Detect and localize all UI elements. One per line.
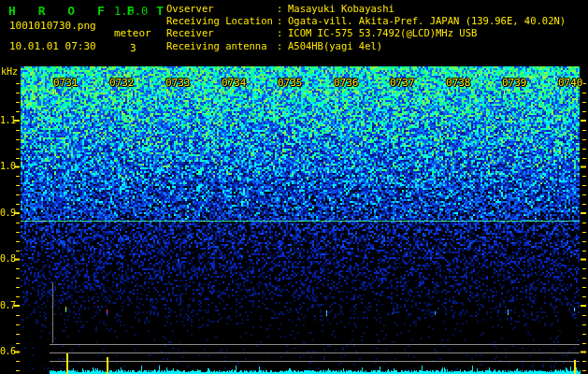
info-sep: : — [277, 27, 288, 39]
time-tick-label: 0739 — [502, 77, 527, 89]
time-tick-label: 0737 — [390, 77, 415, 89]
meteor-count: 3 — [130, 43, 136, 53]
hrofft-output-image: H R O F F T 1.0.0 1001010730.png meteor … — [0, 0, 588, 374]
info-label-antenna: Receiving antenna — [166, 40, 277, 52]
capture-datetime: 10.01.01 07:30 — [9, 41, 96, 51]
freq-axis-unit: kHz — [1, 66, 18, 77]
info-label-location: Receiving Location — [166, 15, 277, 27]
app-version: 1.0.0 — [114, 6, 148, 17]
spectrogram-canvas — [0, 0, 588, 374]
time-tick-label: 0734 — [222, 77, 247, 89]
observation-mode-label: meteor — [114, 28, 151, 38]
time-tick-label: 0733 — [165, 77, 191, 89]
observation-info: Ovserver : Masayuki Kobayashi Receiving … — [166, 3, 566, 52]
info-sep: : — [277, 3, 288, 15]
freq-tick-label: 1.1 — [0, 115, 15, 125]
time-tick-label: 0740 — [558, 77, 583, 89]
freq-tick-label: 0.7 — [0, 300, 15, 310]
info-label-receiver: Receiver — [166, 27, 277, 39]
info-sep: : — [277, 40, 288, 52]
time-tick-label: 0732 — [109, 77, 135, 89]
capture-filename: 1001010730.png — [9, 21, 96, 31]
info-value-location: Ogata-vill. Akita-Pref. JAPAN (139.96E, … — [288, 15, 566, 27]
time-tick-label: 0735 — [278, 77, 303, 89]
time-tick-label: 0736 — [334, 77, 359, 89]
info-value-receiver: ICOM IC-575 53.7492(@LCD)MHz USB — [288, 27, 566, 39]
freq-tick-label: 0.8 — [0, 253, 15, 264]
freq-tick-label: 1.0 — [0, 161, 15, 171]
freq-tick-label: 0.9 — [0, 208, 15, 218]
info-value-observer: Masayuki Kobayashi — [288, 3, 566, 15]
info-label-observer: Ovserver — [166, 3, 277, 15]
info-sep: : — [277, 15, 288, 27]
info-value-antenna: A504HB(yagi 4el) — [288, 40, 566, 52]
freq-tick-label: 0.6 — [0, 346, 15, 356]
time-tick-label: 0738 — [446, 77, 471, 89]
time-tick-label: 0731 — [53, 77, 79, 89]
